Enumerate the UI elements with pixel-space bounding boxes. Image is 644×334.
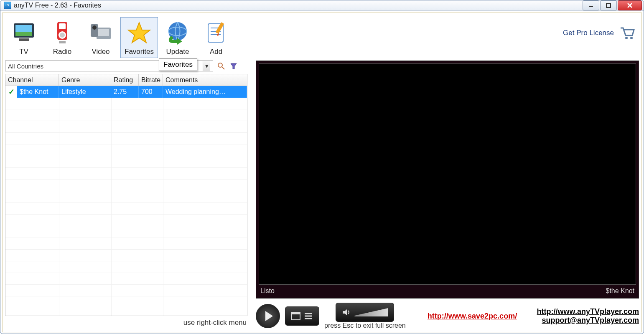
play-icon xyxy=(265,311,273,321)
play-button[interactable] xyxy=(256,304,280,328)
col-rating[interactable]: Rating xyxy=(111,74,139,86)
chevron-down-icon[interactable]: ▾ xyxy=(203,61,210,71)
toolbar-label: Video xyxy=(84,48,117,56)
get-pro-link[interactable]: Get Pro License xyxy=(563,29,614,37)
list-icon xyxy=(304,312,313,320)
svg-point-16 xyxy=(92,25,97,30)
tooltip: Favorites xyxy=(159,58,197,71)
toolbar-item-favorites[interactable]: Favorites xyxy=(120,17,158,58)
toolbar-item-update[interactable]: Update xyxy=(159,17,196,58)
minimize-button[interactable] xyxy=(583,0,599,10)
tv-icon xyxy=(10,19,37,46)
svg-marker-31 xyxy=(231,63,237,69)
player-pane: Listo $the Knot xyxy=(256,61,639,329)
toolbar-label: Update xyxy=(161,48,194,56)
video-screen[interactable] xyxy=(259,63,636,285)
channel-table: Channel Genre Rating Bitrate Comments ✓ … xyxy=(5,74,247,316)
col-genre[interactable]: Genre xyxy=(59,74,111,86)
cell-rating: 2.75 xyxy=(111,86,139,98)
col-channel[interactable]: Channel xyxy=(5,74,59,86)
svg-rect-33 xyxy=(292,312,300,314)
col-bitrate[interactable]: Bitrate xyxy=(139,74,163,86)
svg-rect-7 xyxy=(19,38,29,41)
svg-rect-1 xyxy=(606,3,611,8)
svg-point-27 xyxy=(625,37,628,39)
fullscreen-list-button[interactable] xyxy=(285,306,319,326)
speaker-icon xyxy=(342,308,351,316)
player-status-left: Listo xyxy=(260,287,275,295)
toolbar-label: Favorites xyxy=(122,48,156,56)
add-document-icon xyxy=(203,19,229,46)
esc-hint: press Esc to exit full screen xyxy=(324,322,406,329)
country-value: All Countries xyxy=(8,63,43,70)
player-status-right: $the Knot xyxy=(606,287,635,295)
channel-list-pane: All Countries ▾ Channel Genre Rating xyxy=(5,61,247,329)
cell-channel: $the Knot xyxy=(17,86,59,98)
col-comments[interactable]: Comments xyxy=(163,74,235,86)
svg-rect-12 xyxy=(59,41,66,43)
window-title: anyTV Free - 2.63 - Favorites xyxy=(14,2,101,9)
svg-line-30 xyxy=(222,67,224,69)
svg-point-28 xyxy=(630,37,633,39)
content-area: TV Radio Video Favorites xyxy=(2,13,642,332)
titlebar[interactable]: anyTV Free - 2.63 - Favorites xyxy=(0,0,644,11)
toolbar-label: Add xyxy=(199,48,233,56)
close-button[interactable] xyxy=(618,0,642,10)
toolbar-item-video[interactable]: Video xyxy=(82,17,120,58)
filter-icon[interactable] xyxy=(229,61,238,71)
player-controls: press Esc to exit full screen http://www… xyxy=(256,299,639,329)
table-row[interactable]: ✓ $the Knot Lifestyle 2.75 700 Wedding p… xyxy=(5,86,247,98)
globe-refresh-icon xyxy=(164,19,191,46)
cell-genre: Lifestyle xyxy=(59,86,111,98)
table-body[interactable]: ✓ $the Knot Lifestyle 2.75 700 Wedding p… xyxy=(5,86,247,316)
cart-icon[interactable] xyxy=(619,25,636,40)
toolbar-label: Radio xyxy=(46,48,79,56)
toolbar-item-add[interactable]: Add xyxy=(197,17,235,58)
volume-control[interactable] xyxy=(336,303,394,322)
svg-marker-37 xyxy=(343,309,347,316)
site-link[interactable]: http://www.anyTVplayer.com xyxy=(537,307,639,316)
support-link[interactable]: support@anyTVplayer.com xyxy=(537,316,639,325)
video-icon xyxy=(87,19,114,46)
star-icon xyxy=(126,19,153,46)
svg-marker-17 xyxy=(128,23,150,43)
toolbar-item-tv[interactable]: TV xyxy=(5,17,43,58)
video-container: Listo $the Knot xyxy=(256,61,639,299)
col-extra xyxy=(235,74,247,86)
table-header: Channel Genre Rating Bitrate Comments xyxy=(5,74,247,86)
toolbar-label: TV xyxy=(7,48,41,56)
cell-bitrate: 700 xyxy=(139,86,163,98)
promo-link[interactable]: http://www.save2pc.com/ xyxy=(428,312,517,321)
context-menu-hint: use right-click menu xyxy=(5,316,247,329)
check-icon: ✓ xyxy=(5,87,17,96)
window-icon xyxy=(291,312,300,320)
search-icon[interactable] xyxy=(216,61,226,71)
svg-point-29 xyxy=(218,63,222,67)
svg-rect-14 xyxy=(98,29,109,36)
radio-icon xyxy=(49,19,76,46)
cell-comments: Wedding planning… xyxy=(163,86,235,98)
app-window: anyTV Free - 2.63 - Favorites TV Radi xyxy=(0,0,644,334)
maximize-button[interactable] xyxy=(600,0,617,10)
main-toolbar: TV Radio Video Favorites xyxy=(5,15,639,61)
volume-slider[interactable] xyxy=(354,308,388,316)
toolbar-item-radio[interactable]: Radio xyxy=(43,17,81,58)
svg-point-11 xyxy=(60,33,65,38)
svg-rect-6 xyxy=(15,32,32,36)
svg-rect-9 xyxy=(59,23,66,29)
app-icon xyxy=(4,2,11,9)
